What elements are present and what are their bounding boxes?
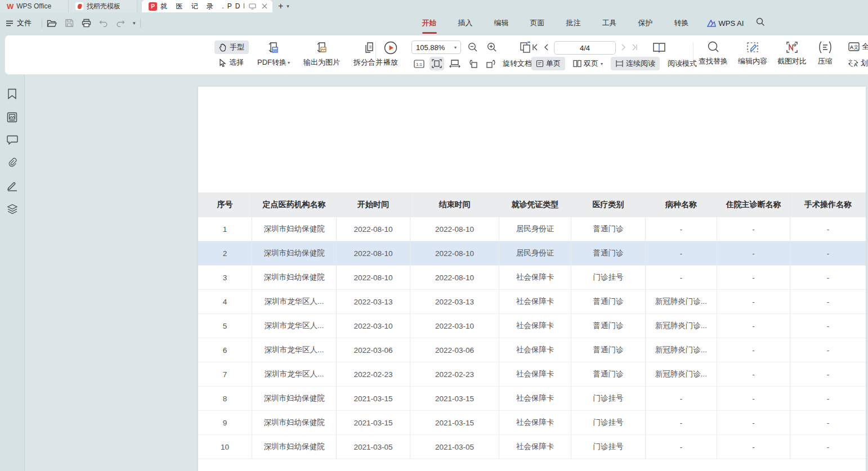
tab-page[interactable]: 页面 bbox=[529, 16, 546, 30]
continuous-read-button[interactable]: 连续阅读 bbox=[611, 57, 660, 70]
tab-comment[interactable]: 批注 bbox=[565, 16, 582, 30]
read-mode-icon[interactable] bbox=[652, 41, 666, 55]
table-cell: 4 bbox=[198, 290, 252, 313]
table-cell: 2021-03-05 bbox=[410, 435, 499, 459]
table-cell: - bbox=[790, 338, 866, 362]
table-row[interactable]: 6深圳市龙华区人...2022-03-062022-03-06社会保障卡普通门诊… bbox=[198, 338, 866, 362]
table-header-cell: 就诊凭证类型 bbox=[499, 192, 571, 217]
save-icon[interactable] bbox=[65, 19, 74, 28]
read-mode-button[interactable]: 阅读模式 bbox=[663, 57, 701, 70]
thumbnail-icon[interactable] bbox=[7, 112, 17, 123]
monitor-icon[interactable] bbox=[248, 2, 257, 11]
print-icon[interactable] bbox=[82, 19, 91, 28]
bookmark-icon[interactable] bbox=[7, 88, 17, 100]
find-replace-button[interactable]: 查找替换 bbox=[699, 41, 728, 69]
compress-button[interactable]: 压缩 bbox=[817, 41, 834, 69]
edit-content-icon bbox=[746, 41, 759, 54]
zoom-level-select[interactable]: 105.88% ▾ bbox=[411, 41, 461, 54]
continuous-read-label: 连续阅读 bbox=[626, 59, 655, 69]
single-page-button[interactable]: 单页 bbox=[531, 57, 565, 70]
table-cell: 2021-03-15 bbox=[410, 387, 499, 410]
table-cell: 新冠肺炎门诊... bbox=[646, 290, 717, 313]
pdf-file-icon: P bbox=[149, 2, 157, 11]
table-cell: 深圳市妇幼保健院 bbox=[252, 411, 337, 434]
tab-insert[interactable]: 插入 bbox=[457, 16, 474, 30]
page-indicator-input[interactable]: 4/4 bbox=[554, 41, 616, 55]
split-merge-button[interactable]: 拆分合并▾ bbox=[354, 41, 386, 68]
table-row[interactable]: 7深圳市龙华区人...2022-02-232022-02-23社会保障卡普通门诊… bbox=[198, 362, 866, 387]
table-cell: 6 bbox=[198, 338, 252, 362]
tab-tools[interactable]: 工具 bbox=[601, 16, 618, 30]
table-cell: 普通门诊 bbox=[571, 362, 646, 386]
double-page-button[interactable]: 双页 ▾ bbox=[569, 57, 607, 70]
quick-access-chevron-icon[interactable]: ▾ bbox=[133, 20, 136, 26]
undo-icon[interactable] bbox=[99, 19, 108, 27]
rotate-right-icon[interactable] bbox=[484, 57, 498, 70]
word-translate-button[interactable]: 文A 划词翻译 ▾ bbox=[846, 57, 868, 69]
pdf-convert-button[interactable]: W PDF转换▾ bbox=[257, 41, 290, 68]
table-cell: 深圳市龙华区人... bbox=[252, 314, 337, 338]
table-row[interactable]: 9深圳市妇幼保健院2021-03-152021-03-15社会保障卡门诊挂号--… bbox=[198, 411, 866, 435]
ribbon-tabs: 开始 插入 编辑 页面 批注 工具 保护 转换 bbox=[421, 16, 690, 30]
actual-size-icon[interactable]: 1:1 bbox=[411, 57, 426, 70]
svg-text:文: 文 bbox=[854, 44, 859, 50]
select-tool-button[interactable]: 选择 bbox=[214, 56, 249, 69]
tab-edit[interactable]: 编辑 bbox=[493, 16, 510, 30]
tab-home[interactable]: 开始 bbox=[421, 16, 438, 30]
tab-docer-templates[interactable]: 找稻壳模板 bbox=[69, 0, 137, 12]
last-page-icon[interactable] bbox=[632, 43, 638, 53]
table-cell: - bbox=[790, 387, 866, 410]
table-cell: 深圳市龙华区人... bbox=[252, 290, 337, 313]
tab-medical-record-pdf[interactable]: P 就 医 记 录 .PDF bbox=[142, 0, 272, 12]
export-image-button[interactable]: 输出为图片 bbox=[303, 41, 340, 68]
table-row[interactable]: 10深圳市妇幼保健院2021-03-052021-03-05社会保障卡门诊挂号-… bbox=[198, 435, 866, 459]
redo-icon[interactable] bbox=[116, 19, 125, 27]
close-tab-icon[interactable] bbox=[260, 2, 269, 11]
table-row[interactable]: 2深圳市妇幼保健院2022-08-102022-08-10居民身份证普通门诊--… bbox=[198, 241, 866, 266]
file-menu-button[interactable]: 文件 bbox=[6, 18, 32, 28]
zoom-level-value: 105.88% bbox=[416, 43, 445, 52]
window-tab-strip: W WPS Office 找稻壳模板 P 就 医 记 录 .PDF + ▾ bbox=[0, 0, 868, 12]
document-area[interactable]: 序号定点医药机构名称开始时间结束时间就诊凭证类型医疗类别病种名称住院主诊断名称手… bbox=[25, 75, 868, 471]
next-page-icon[interactable] bbox=[621, 43, 626, 53]
attachment-icon[interactable] bbox=[7, 157, 18, 168]
full-translate-button[interactable]: A文 全文翻译 bbox=[846, 41, 868, 53]
zoom-out-icon[interactable] bbox=[466, 41, 480, 54]
comment-icon[interactable] bbox=[7, 135, 18, 145]
table-row[interactable]: 1深圳市妇幼保健院2022-08-102022-08-10居民身份证普通门诊--… bbox=[198, 217, 866, 241]
table-cell: 3 bbox=[198, 266, 252, 289]
layers-icon[interactable] bbox=[7, 204, 18, 214]
rotate-left-icon[interactable] bbox=[466, 57, 480, 70]
tab-list-chevron-icon[interactable]: ▾ bbox=[287, 3, 289, 9]
edit-content-button[interactable]: 编辑内容 bbox=[738, 41, 767, 69]
play-button[interactable]: 播放 bbox=[383, 41, 398, 68]
screenshot-compare-icon bbox=[785, 41, 799, 54]
first-page-icon[interactable] bbox=[531, 43, 538, 53]
new-tab-button[interactable]: + bbox=[278, 2, 283, 11]
screenshot-compare-button[interactable]: 截图对比 bbox=[777, 41, 807, 69]
table-cell: 新冠肺炎门诊... bbox=[646, 338, 717, 362]
table-row[interactable]: 3深圳市妇幼保健院2022-08-102022-08-10社会保障卡门诊挂号--… bbox=[198, 266, 866, 290]
wps-ai-button[interactable]: WPS AI bbox=[707, 19, 744, 28]
ribbon-toolbar: 手型 选择 W PDF转换▾ 输出为图片 拆分合并▾ bbox=[5, 35, 868, 75]
rotate-doc-label[interactable]: 旋转文档 bbox=[503, 59, 532, 69]
signature-icon[interactable] bbox=[7, 181, 18, 191]
zoom-in-icon[interactable] bbox=[485, 41, 499, 54]
table-row[interactable]: 4深圳市龙华区人...2022-03-132022-03-13社会保障卡普通门诊… bbox=[198, 290, 866, 314]
hand-tool-button[interactable]: 手型 bbox=[214, 41, 249, 54]
fit-page-icon[interactable] bbox=[429, 57, 444, 70]
table-cell: 普通门诊 bbox=[571, 314, 646, 338]
fit-width-icon[interactable] bbox=[448, 57, 462, 70]
menu-search-icon[interactable] bbox=[756, 17, 765, 29]
tab-wps-office[interactable]: W WPS Office bbox=[0, 0, 69, 12]
table-row[interactable]: 5深圳市龙华区人...2022-03-102022-03-10社会保障卡普通门诊… bbox=[198, 314, 866, 338]
table-cell: 社会保障卡 bbox=[499, 435, 571, 459]
table-cell: 社会保障卡 bbox=[499, 314, 571, 338]
table-cell: 居民身份证 bbox=[499, 241, 571, 265]
table-row[interactable]: 8深圳市妇幼保健院2021-03-152021-03-15社会保障卡门诊挂号--… bbox=[198, 387, 866, 411]
table-header-cell: 手术操作名称 bbox=[790, 192, 866, 217]
tab-convert[interactable]: 转换 bbox=[673, 16, 690, 30]
open-file-icon[interactable] bbox=[47, 19, 57, 28]
prev-page-icon[interactable] bbox=[544, 43, 548, 53]
tab-protect[interactable]: 保护 bbox=[637, 16, 654, 30]
